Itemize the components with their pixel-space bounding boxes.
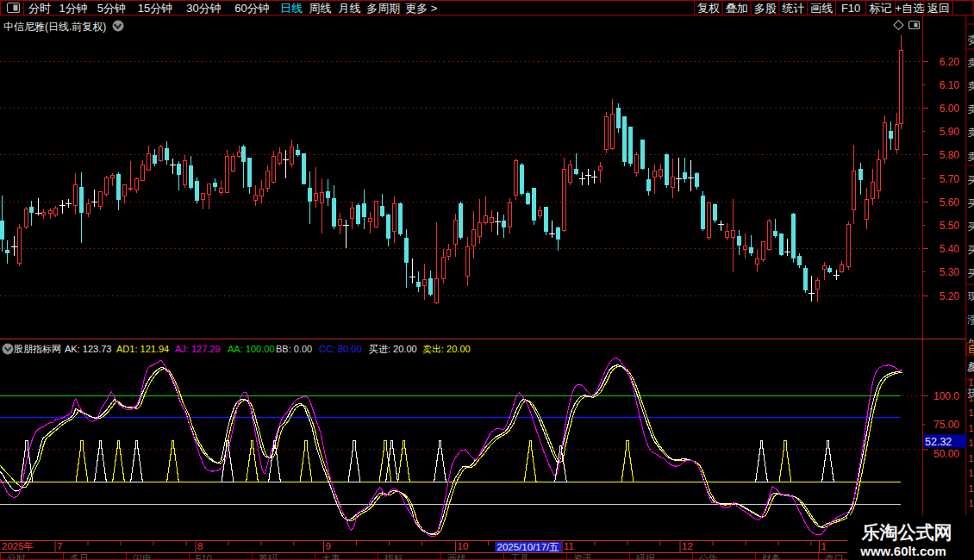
svg-text:9: 9: [326, 541, 331, 551]
svg-text:6.10: 6.10: [940, 79, 960, 91]
svg-text:AD1: 121.94: AD1: 121.94: [116, 344, 169, 354]
svg-text:周线: 周线: [309, 2, 332, 15]
svg-text:AA: 100.00: AA: 100.00: [228, 344, 274, 354]
svg-text:60分钟: 60分钟: [234, 2, 269, 15]
svg-text:7: 7: [57, 541, 62, 551]
svg-text:乐淘公式网: 乐淘公式网: [861, 522, 952, 542]
svg-text:5.30: 5.30: [940, 266, 960, 278]
svg-text:买: 买: [968, 244, 974, 256]
svg-text:日线: 日线: [280, 2, 303, 15]
svg-text:多: 多: [968, 361, 974, 373]
svg-text:>: >: [431, 2, 438, 15]
svg-text:6.20: 6.20: [940, 56, 960, 68]
svg-text:1: 1: [969, 498, 974, 508]
svg-text:1: 1: [969, 423, 974, 433]
svg-text:5.40: 5.40: [940, 243, 960, 255]
svg-text:统计: 统计: [782, 2, 805, 15]
svg-text:6.00: 6.00: [940, 103, 960, 115]
svg-text:+自选: +自选: [896, 2, 925, 15]
svg-text:卖出: 20.00: 卖出: 20.00: [422, 344, 471, 354]
svg-text:1分钟: 1分钟: [59, 2, 88, 15]
svg-text:卖: 卖: [968, 151, 974, 163]
svg-text:标记: 标记: [870, 2, 892, 15]
svg-text:1: 1: [969, 453, 974, 464]
svg-text:5.70: 5.70: [940, 173, 960, 185]
svg-text:1: 1: [969, 468, 974, 478]
svg-text:涨: 涨: [967, 314, 974, 326]
svg-text:分时: 分时: [28, 2, 51, 15]
svg-text:8: 8: [197, 541, 203, 551]
svg-text:1: 1: [821, 541, 827, 551]
svg-text:100.0: 100.0: [933, 390, 959, 402]
svg-text:5.20: 5.20: [940, 290, 960, 302]
svg-text:返回: 返回: [927, 2, 950, 15]
svg-text:卖: 卖: [968, 57, 974, 69]
svg-text:中信尼雅(日线.前复权): 中信尼雅(日线.前复权): [3, 21, 106, 33]
svg-text:更多: 更多: [405, 2, 428, 15]
svg-text:5.80: 5.80: [940, 149, 960, 161]
svg-text:F10: F10: [841, 2, 860, 15]
svg-text:卖: 卖: [968, 103, 974, 115]
svg-text:www.60lt.com: www.60lt.com: [859, 544, 946, 558]
svg-text:多周期: 多周期: [366, 2, 400, 15]
svg-text:卖: 卖: [968, 80, 974, 92]
svg-text:AK: 123.73: AK: 123.73: [65, 344, 111, 354]
svg-text:5.50: 5.50: [940, 220, 960, 232]
svg-text:现: 现: [968, 290, 974, 302]
svg-text:2025年: 2025年: [2, 541, 34, 551]
svg-text:买: 买: [968, 267, 974, 279]
svg-text:自: 自: [968, 343, 974, 355]
svg-text:叠加: 叠加: [726, 2, 748, 15]
svg-text:月线: 月线: [338, 2, 360, 15]
svg-text:2025/10/17/五: 2025/10/17/五: [497, 542, 559, 552]
svg-text:50.00: 50.00: [933, 448, 959, 460]
svg-text:画线: 画线: [810, 2, 833, 15]
svg-text:15分钟: 15分钟: [138, 2, 172, 15]
svg-text:复权: 复权: [697, 2, 720, 15]
svg-text:11: 11: [564, 541, 574, 551]
svg-text:5.90: 5.90: [940, 126, 960, 138]
svg-text:1: 1: [969, 393, 974, 403]
svg-text:5.60: 5.60: [940, 196, 960, 208]
svg-text:委: 委: [968, 34, 974, 46]
svg-text:30分钟: 30分钟: [186, 2, 221, 15]
svg-text:5分钟: 5分钟: [97, 2, 126, 15]
svg-text:1: 1: [969, 408, 974, 418]
svg-text:12: 12: [682, 541, 693, 551]
svg-text:买进: 20.00: 买进: 20.00: [369, 344, 417, 354]
svg-text:52.32: 52.32: [925, 436, 952, 448]
svg-text:多股: 多股: [754, 2, 777, 15]
svg-text:1: 1: [969, 377, 974, 388]
svg-text:卖: 卖: [968, 127, 974, 139]
svg-text:CC: 80.00: CC: 80.00: [319, 344, 362, 354]
svg-text:买: 买: [968, 197, 974, 209]
svg-text:75.00: 75.00: [933, 419, 959, 431]
svg-text:1: 1: [969, 483, 974, 494]
svg-text:AJ: 127.29: AJ: 127.29: [175, 344, 221, 354]
svg-text:BB: 0.00: BB: 0.00: [276, 344, 312, 354]
svg-text:1: 1: [969, 438, 974, 448]
svg-text:买: 买: [968, 174, 974, 186]
svg-text:股朋指标网: 股朋指标网: [14, 344, 61, 354]
svg-text:买: 买: [968, 221, 974, 233]
svg-text:10: 10: [458, 541, 469, 551]
